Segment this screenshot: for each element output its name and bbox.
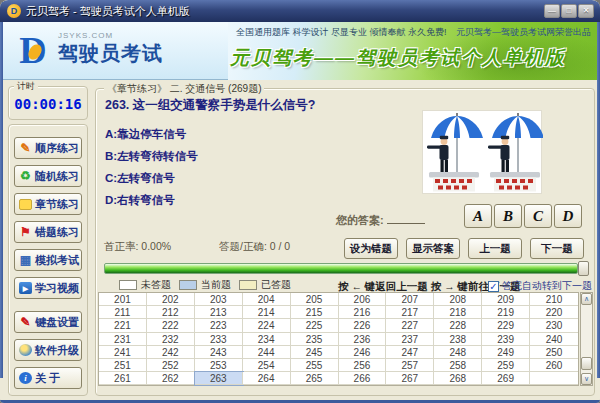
question-number-cell[interactable]: 216 [339, 306, 387, 319]
sidebar-item-software-upgrade[interactable]: 软件升级 [14, 339, 82, 361]
question-number-cell[interactable]: 230 [530, 319, 578, 332]
sidebar-item-label: 键盘设置 [35, 315, 79, 330]
question-number-cell[interactable]: 203 [195, 293, 243, 306]
grid-scrollbar[interactable]: ∧ ∨ [580, 292, 593, 386]
question-number-cell[interactable]: 215 [291, 306, 339, 319]
question-number-cell[interactable]: 247 [386, 346, 434, 359]
question-number-cell[interactable]: 214 [243, 306, 291, 319]
question-number-cell[interactable]: 213 [195, 306, 243, 319]
question-number-cell[interactable]: 249 [482, 346, 530, 359]
question-number-cell[interactable]: 206 [339, 293, 387, 306]
question-number-cell-current[interactable]: 263 [195, 372, 243, 385]
question-number-cell[interactable]: 211 [99, 306, 147, 319]
question-number-cell[interactable]: 235 [291, 333, 339, 346]
question-number-cell[interactable]: 229 [482, 319, 530, 332]
question-number-cell[interactable]: 234 [243, 333, 291, 346]
question-number-cell[interactable]: 256 [339, 359, 387, 372]
option-b: B:左转弯待转信号 [105, 145, 198, 167]
question-number-cell[interactable]: 264 [243, 372, 291, 385]
question-number-cell[interactable]: 238 [434, 333, 482, 346]
question-number-cell[interactable]: 209 [482, 293, 530, 306]
question-number-cell[interactable]: 207 [386, 293, 434, 306]
question-number-cell[interactable]: 227 [386, 319, 434, 332]
question-number-cell[interactable]: 202 [147, 293, 195, 306]
question-number-cell[interactable]: 201 [99, 293, 147, 306]
question-number-cell[interactable]: 241 [99, 346, 147, 359]
question-number-cell[interactable]: 258 [434, 359, 482, 372]
sidebar-item-label: 软件升级 [35, 343, 79, 358]
sidebar-item-keyboard-settings[interactable]: ✎键盘设置 [14, 311, 82, 333]
question-number-cell[interactable]: 208 [434, 293, 482, 306]
question-number-cell[interactable]: 220 [530, 306, 578, 319]
question-number-cell[interactable]: 233 [195, 333, 243, 346]
question-number-cell[interactable]: 231 [99, 333, 147, 346]
question-number-cell[interactable]: 244 [243, 346, 291, 359]
sidebar-item-chapter-practice[interactable]: 章节练习 [14, 193, 82, 215]
answer-choice-b[interactable]: B [494, 204, 522, 228]
question-number-cell[interactable]: 246 [339, 346, 387, 359]
question-number-cell[interactable]: 268 [434, 372, 482, 385]
mark-wrong-button[interactable]: 设为错题 [344, 238, 398, 259]
question-number-cell[interactable]: 257 [386, 359, 434, 372]
question-number-cell[interactable]: 269 [482, 372, 530, 385]
prev-question-button[interactable]: 上一题 [468, 238, 522, 259]
scroll-up-button[interactable]: ∧ [581, 293, 592, 305]
sidebar-item-about[interactable]: i关 于 [14, 367, 82, 389]
question-number-cell[interactable]: 205 [291, 293, 339, 306]
question-number-cell[interactable]: 240 [530, 333, 578, 346]
question-number-cell[interactable]: 251 [99, 359, 147, 372]
sidebar-item-wrong-questions[interactable]: ⚑错题练习 [14, 221, 82, 243]
question-number-cell[interactable]: 204 [243, 293, 291, 306]
question-number-cell[interactable]: 253 [195, 359, 243, 372]
question-number-cell[interactable]: 221 [99, 319, 147, 332]
question-number-cell[interactable]: 261 [99, 372, 147, 385]
question-number-cell[interactable]: 232 [147, 333, 195, 346]
app-icon: D [7, 4, 21, 18]
question-number-cell[interactable]: 266 [339, 372, 387, 385]
close-button[interactable]: ✕ [578, 4, 594, 18]
question-number-cell[interactable]: 219 [482, 306, 530, 319]
question-number-cell[interactable]: 224 [243, 319, 291, 332]
question-number-cell[interactable]: 259 [482, 359, 530, 372]
question-number-cell[interactable]: 236 [339, 333, 387, 346]
next-question-button[interactable]: 下一题 [530, 238, 584, 259]
question-number-cell[interactable]: 260 [530, 359, 578, 372]
auto-next-checkbox[interactable]: ✓ [488, 281, 499, 292]
question-number-cell[interactable]: 228 [434, 319, 482, 332]
show-answer-button[interactable]: 显示答案 [406, 238, 460, 259]
answer-choice-c[interactable]: C [524, 204, 552, 228]
question-number-cell[interactable]: 226 [339, 319, 387, 332]
question-number-cell[interactable]: 210 [530, 293, 578, 306]
question-number-cell[interactable]: 223 [195, 319, 243, 332]
question-number-cell[interactable]: 248 [434, 346, 482, 359]
question-number-cell[interactable]: 217 [386, 306, 434, 319]
question-number-cell[interactable]: 218 [434, 306, 482, 319]
question-number-cell[interactable]: 225 [291, 319, 339, 332]
question-number-cell[interactable]: 265 [291, 372, 339, 385]
question-number-cell[interactable]: 267 [386, 372, 434, 385]
question-number-cell[interactable]: 245 [291, 346, 339, 359]
question-number-cell[interactable]: 252 [147, 359, 195, 372]
question-number-cell[interactable]: 239 [482, 333, 530, 346]
question-number-cell[interactable]: 242 [147, 346, 195, 359]
legend-swatch [119, 280, 137, 290]
progress-slider-handle[interactable] [578, 261, 589, 276]
sidebar-item-sequential-practice[interactable]: ✎顺序练习 [14, 137, 82, 159]
scroll-down-button[interactable]: ∨ [581, 373, 592, 385]
question-number-cell[interactable]: 250 [530, 346, 578, 359]
question-number-cell[interactable]: 255 [291, 359, 339, 372]
sidebar-item-mock-exam[interactable]: ▦模拟考试 [14, 249, 82, 271]
question-number-cell[interactable]: 243 [195, 346, 243, 359]
scroll-thumb[interactable] [581, 357, 592, 370]
question-number-cell[interactable]: 222 [147, 319, 195, 332]
question-number-cell[interactable]: 262 [147, 372, 195, 385]
minimize-button[interactable]: — [544, 4, 560, 18]
sidebar-item-random-practice[interactable]: ♻随机练习 [14, 165, 82, 187]
maximize-button[interactable]: □ [561, 4, 577, 18]
question-number-cell[interactable]: 237 [386, 333, 434, 346]
answer-choice-d[interactable]: D [554, 204, 582, 228]
sidebar-item-study-video[interactable]: ▶学习视频 [14, 277, 82, 299]
question-number-cell[interactable]: 212 [147, 306, 195, 319]
answer-choice-a[interactable]: A [464, 204, 492, 228]
question-number-cell[interactable]: 254 [243, 359, 291, 372]
